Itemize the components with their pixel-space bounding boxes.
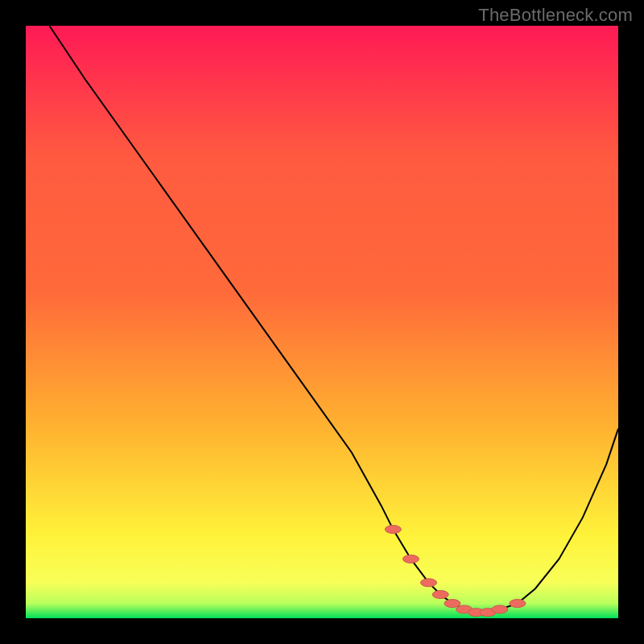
plot-area (26, 26, 618, 618)
marker-point (385, 526, 401, 534)
marker-point (432, 591, 448, 599)
marker-point (420, 579, 436, 587)
marker-point (444, 600, 460, 608)
gradient-background (26, 26, 618, 618)
watermark-text: TheBottleneck.com (478, 5, 633, 26)
marker-point (510, 600, 526, 608)
marker-point (402, 555, 419, 563)
marker-point (492, 605, 508, 613)
bottleneck-chart (26, 26, 618, 618)
chart-page: TheBottleneck.com (0, 0, 644, 644)
